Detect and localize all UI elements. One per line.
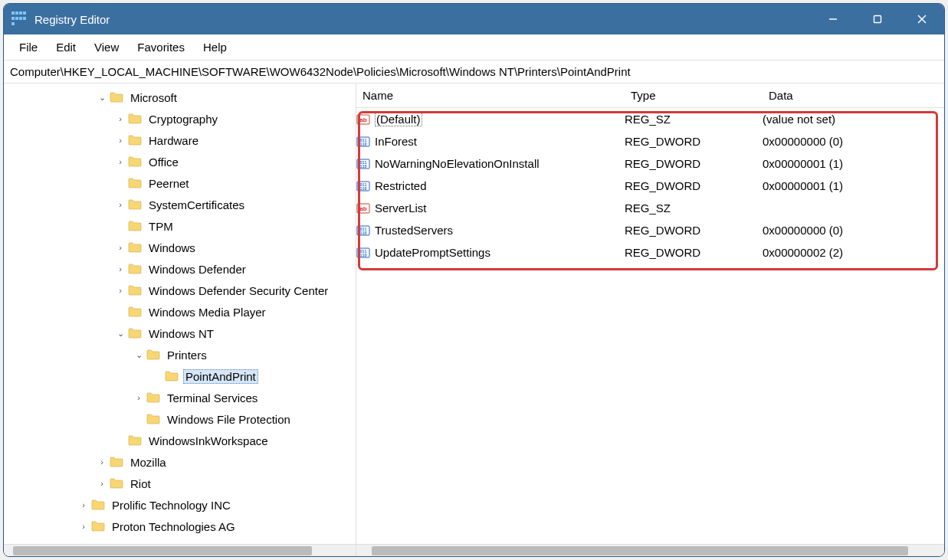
close-button[interactable] xyxy=(900,4,944,34)
folder-icon xyxy=(128,435,142,446)
folder-icon xyxy=(128,264,142,274)
tree-item[interactable]: PointAndPrint xyxy=(4,365,356,387)
tree-item[interactable]: ›Mozilla xyxy=(4,451,356,473)
maximize-button[interactable] xyxy=(855,4,900,34)
folder-icon xyxy=(128,285,142,296)
tree-item-label: SystemCertificates xyxy=(146,198,247,212)
value-type: REG_SZ xyxy=(625,113,763,126)
column-header-name[interactable]: Name xyxy=(356,89,625,102)
tree-item-label: Windows xyxy=(146,241,198,255)
chevron-right-icon[interactable]: › xyxy=(96,457,108,467)
tree-item-label: Terminal Services xyxy=(165,391,260,405)
tree-pane: ⌄Microsoft›Cryptography›Hardware›OfficeP… xyxy=(4,84,356,556)
folder-icon xyxy=(128,135,142,146)
values-list[interactable]: ab(Default)REG_SZ(value not set)011110In… xyxy=(356,108,944,264)
tree-item[interactable]: ›Hardware xyxy=(4,129,356,151)
tree-item-label: Windows Media Player xyxy=(146,305,268,319)
tree-item[interactable]: ⌄Printers xyxy=(4,344,356,365)
tree-item-label: Windows Defender xyxy=(146,262,248,277)
values-horizontal-scrollbar[interactable] xyxy=(356,544,944,556)
reg-sz-icon: ab xyxy=(356,113,370,126)
tree-item[interactable]: ›Windows Defender xyxy=(4,258,356,280)
menu-file[interactable]: File xyxy=(10,38,47,57)
tree-item[interactable]: Windows File Protection xyxy=(4,408,356,430)
chevron-down-icon[interactable]: ⌄ xyxy=(96,93,108,103)
menu-help[interactable]: Help xyxy=(194,38,236,57)
maximize-icon xyxy=(873,15,882,24)
folder-icon xyxy=(128,221,142,231)
value-data: 0x00000000 (0) xyxy=(763,224,944,237)
registry-tree[interactable]: ⌄Microsoft›Cryptography›Hardware›OfficeP… xyxy=(4,84,356,540)
regedit-app-icon xyxy=(11,11,27,27)
tree-item-label: Microsoft xyxy=(128,90,179,105)
menu-favorites[interactable]: Favorites xyxy=(128,38,194,57)
chevron-right-icon[interactable]: › xyxy=(114,114,126,123)
reg-dword-icon: 011110 xyxy=(356,224,370,237)
value-row[interactable]: 011110UpdatePromptSettingsREG_DWORD0x000… xyxy=(356,241,944,264)
svg-text:110: 110 xyxy=(359,253,366,257)
tree-item[interactable]: ›Windows xyxy=(4,237,356,258)
reg-dword-icon: 011110 xyxy=(356,157,370,171)
tree-item-label: Prolific Technology INC xyxy=(110,498,233,513)
value-row[interactable]: 011110RestrictedREG_DWORD0x00000001 (1) xyxy=(356,175,944,197)
folder-icon xyxy=(128,113,142,124)
folder-icon xyxy=(110,457,123,467)
tree-item[interactable]: ›Cryptography xyxy=(4,108,356,129)
tree-item[interactable]: ›Office xyxy=(4,151,356,172)
tree-item-label: Windows NT xyxy=(146,326,216,341)
value-row[interactable]: 011110TrustedServersREG_DWORD0x00000000 … xyxy=(356,219,944,241)
chevron-right-icon[interactable]: › xyxy=(114,200,126,209)
tree-item[interactable]: Peernet xyxy=(4,172,356,194)
value-row[interactable]: ab(Default)REG_SZ(value not set) xyxy=(356,108,944,130)
value-row[interactable]: 011110NoWarningNoElevationOnInstallREG_D… xyxy=(356,152,944,175)
minimize-button[interactable] xyxy=(811,4,855,34)
tree-item[interactable]: ›SystemCertificates xyxy=(4,194,356,215)
values-pane: Name Type Data ab(Default)REG_SZ(value n… xyxy=(356,84,944,556)
tree-item[interactable]: ⌄Windows NT xyxy=(4,323,356,344)
chevron-right-icon[interactable]: › xyxy=(96,479,108,488)
tree-item[interactable]: WindowsInkWorkspace xyxy=(4,430,356,451)
reg-dword-icon: 011110 xyxy=(356,246,370,260)
chevron-right-icon[interactable]: › xyxy=(133,393,145,402)
tree-horizontal-scrollbar[interactable] xyxy=(4,544,356,556)
tree-item-label: Riot xyxy=(128,476,153,491)
chevron-down-icon[interactable]: ⌄ xyxy=(114,329,126,339)
chevron-right-icon[interactable]: › xyxy=(114,157,126,166)
chevron-down-icon[interactable]: ⌄ xyxy=(133,350,145,360)
value-data: 0x00000000 (0) xyxy=(763,135,944,148)
value-row[interactable]: abServerListREG_SZ xyxy=(356,197,944,219)
chevron-right-icon[interactable]: › xyxy=(114,286,126,295)
values-header: Name Type Data xyxy=(356,84,944,108)
value-name: Restricted xyxy=(375,179,427,192)
value-row[interactable]: 011110InForestREG_DWORD0x00000000 (0) xyxy=(356,130,944,152)
value-type: REG_SZ xyxy=(625,201,763,215)
tree-item-label: Windows File Protection xyxy=(165,412,293,427)
folder-icon xyxy=(110,478,123,489)
chevron-right-icon[interactable]: › xyxy=(77,522,90,531)
column-header-type[interactable]: Type xyxy=(625,89,763,102)
chevron-right-icon[interactable]: › xyxy=(114,264,126,273)
menu-edit[interactable]: Edit xyxy=(47,38,85,57)
value-name: ServerList xyxy=(375,201,427,215)
menu-view[interactable]: View xyxy=(85,38,128,57)
tree-item[interactable]: ›Riot xyxy=(4,473,356,494)
address-bar[interactable]: Computer\HKEY_LOCAL_MACHINE\SOFTWARE\WOW… xyxy=(4,61,944,84)
column-header-data[interactable]: Data xyxy=(763,89,944,102)
menubar: File Edit View Favorites Help xyxy=(4,34,944,61)
tree-item-label: Windows Defender Security Center xyxy=(146,283,330,298)
folder-icon xyxy=(91,499,105,510)
tree-item[interactable]: Windows Media Player xyxy=(4,301,356,323)
tree-item[interactable]: TPM xyxy=(4,215,356,237)
content-area: ⌄Microsoft›Cryptography›Hardware›OfficeP… xyxy=(4,84,944,556)
tree-item-label: Cryptography xyxy=(146,112,220,126)
chevron-right-icon[interactable]: › xyxy=(114,243,126,252)
value-name: (Default) xyxy=(375,112,422,126)
tree-item[interactable]: ⌄Microsoft xyxy=(4,87,356,108)
tree-item[interactable]: ›Prolific Technology INC xyxy=(4,494,356,516)
tree-item[interactable]: ›Proton Technologies AG xyxy=(4,516,356,537)
tree-item[interactable]: ›Windows Defender Security Center xyxy=(4,280,356,301)
tree-item[interactable]: ›Terminal Services xyxy=(4,387,356,408)
chevron-right-icon[interactable]: › xyxy=(114,136,126,145)
registry-editor-window: Registry Editor File Edit View Favorites… xyxy=(3,3,945,557)
chevron-right-icon[interactable]: › xyxy=(77,500,90,509)
